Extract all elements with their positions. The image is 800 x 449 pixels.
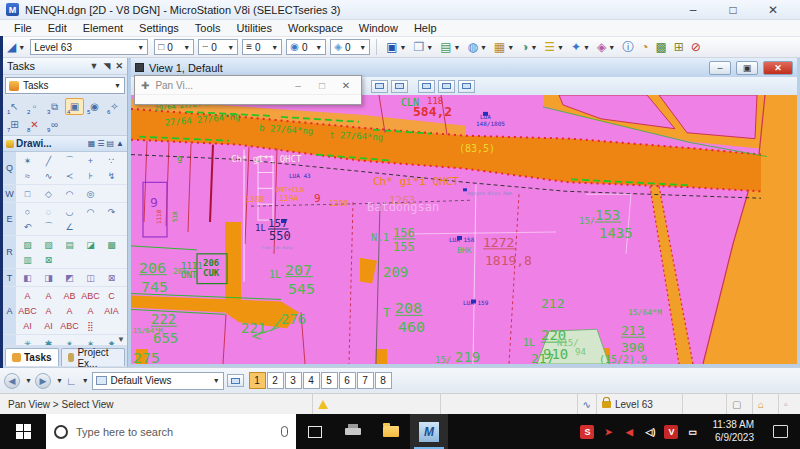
curve-tool[interactable]: ∿ [38,168,59,183]
place-circle-tool[interactable]: ○ [17,204,38,219]
chain-tool[interactable]: ≺ [59,168,80,183]
maximize-button[interactable]: □ [720,3,746,17]
view-close-button[interactable]: ✕ [763,61,793,75]
sketch-tool[interactable]: ↯ [101,168,122,183]
view-toggle-5[interactable]: 5 [321,372,338,389]
place-point-tool[interactable]: + [80,153,101,168]
select-cells-tool[interactable]: ✴ [59,336,80,345]
match-text-tool[interactable]: A [38,303,59,318]
linear-pattern-tool[interactable]: ◪ [80,237,101,252]
scroll-down-icon[interactable]: ▼ [117,335,125,344]
close-icon[interactable]: ✕ [115,61,123,71]
red-updater-icon[interactable]: ➤ [601,425,615,439]
file-explorer-button[interactable] [372,414,410,449]
place-arc2-tool[interactable]: ◡ [59,204,80,219]
references-button[interactable]: ◍▼ [464,39,489,56]
place-block-tool[interactable]: □ [17,186,38,201]
update-view-icon[interactable] [438,80,455,93]
display-icon[interactable]: ▭ [685,425,699,439]
design-attributes-button[interactable]: ▣▼ [383,39,409,56]
color-combo[interactable]: □0▼ [154,39,194,55]
menu-element[interactable]: Element [75,21,131,35]
bspline-tool[interactable]: ≈ [17,168,38,183]
rotate-element-tool[interactable]: ◉5 [85,98,104,115]
view-toggle-4[interactable]: 4 [303,372,320,389]
accudraw-button[interactable]: ▩ [652,39,669,56]
vnc-icon[interactable]: V [664,425,678,439]
view-toggle-7[interactable]: 7 [357,372,374,389]
selection-set-segment[interactable]: ▢ [726,394,752,414]
copy-increment-data-tool[interactable]: AI [38,318,59,333]
delete-element-tool[interactable]: ✕8 [25,116,44,133]
define-origin-tool[interactable]: ✶ [80,336,101,345]
search-button[interactable]: ◔ [638,39,651,56]
close-button[interactable]: ✕ [760,3,786,17]
delete-pattern-tool[interactable]: ⊠ [38,252,59,267]
menu-settings[interactable]: Settings [131,21,187,35]
quarter-ellipse-tool[interactable]: ↷ [101,204,122,219]
half-ellipse-tool[interactable]: ◠ [80,204,101,219]
microstation-taskbar-button[interactable]: M [410,414,448,449]
mirror-element-tool[interactable]: ✧6 [105,98,124,115]
delete-button[interactable]: ⊘ [688,39,704,56]
break-element-tool[interactable]: ◨ [38,270,59,285]
saved-views-button[interactable]: ◑▼ [518,39,540,56]
place-line-tool[interactable]: ╱ [38,153,59,168]
active-level-combo[interactable]: Level 63 ▼ [30,39,148,55]
offset-tool[interactable]: ⊦ [80,168,101,183]
view-group-combo[interactable]: Default Views ▼ [92,372,224,390]
place-text-tool[interactable]: A [17,288,38,303]
crosshatch-area-tool[interactable]: ▧ [38,237,59,252]
match-pattern-tool[interactable]: ▥ [17,252,38,267]
place-active-cell-tool[interactable]: ✳ [17,336,38,345]
snap-mode-segment[interactable]: ∿ [577,394,596,414]
copy-element-tool[interactable]: ⧉3 [45,98,64,115]
layout-grid-icon[interactable]: ▦ [88,139,96,148]
menu-utilities[interactable]: Utilities [229,21,280,35]
copy-view-icon[interactable] [418,80,435,93]
view-menu-icon[interactable] [135,63,144,72]
menu-file[interactable]: File [6,21,40,35]
models-button[interactable]: ▤▼ [437,39,463,56]
trim-element-tool[interactable]: ◫ [80,270,101,285]
arc-radius-tool[interactable]: ∠ [59,219,80,234]
minimize-button[interactable]: – [680,3,706,17]
level-manager-button[interactable]: ☰▼ [541,39,567,56]
move-element-tool[interactable]: ▣4 [65,98,84,115]
collapse-icon[interactable]: ▲ [116,139,124,148]
view-toggle-6[interactable]: 6 [339,372,356,389]
map-canvas[interactable]: 29/64 27/64*n27/64 27/64*ngb 27/64*ngt 2… [131,95,797,364]
fence-mode-segment[interactable]: ⌂ [752,394,778,414]
view-previous-icon[interactable] [371,80,388,93]
view-attributes-icon[interactable] [458,80,475,93]
transparency-combo[interactable]: ◉0▼ [286,39,326,55]
view-maximize-button[interactable]: ▣ [736,61,758,75]
status-alert-segment[interactable] [312,394,440,414]
extend-line-tool[interactable]: ◩ [59,270,80,285]
view-toggle-3[interactable]: 3 [285,372,302,389]
view-toggle-8[interactable]: 8 [375,372,392,389]
spell-checker-tool[interactable]: ABC [80,288,101,303]
copy-enter-data-tool[interactable]: A [80,303,101,318]
angle-tool-icon[interactable]: ∟ [66,375,77,387]
view-toggle-1[interactable]: 1 [249,372,266,389]
fence-tool[interactable]: ▫2 [25,98,44,115]
pattern-area-tool[interactable]: ▤ [59,237,80,252]
point-curve-tool[interactable]: ∵ [101,153,122,168]
back-button[interactable]: ◀ [4,373,20,389]
action-center-icon[interactable] [773,425,788,438]
taskbar-clock[interactable]: 11:38 AM 6/9/2023 [706,419,760,444]
tab-tasks[interactable]: Tasks [5,348,59,366]
element-info-button[interactable]: ⓘ [619,39,637,56]
display-text-attributes-tool[interactable]: ABC [17,303,38,318]
active-element-tool[interactable]: ◢▼ [4,39,28,56]
edit-data-tool[interactable]: ABC [59,318,80,333]
edit-text-tool[interactable]: AB [59,288,80,303]
active-level-segment[interactable]: Level 63 [596,394,682,414]
place-cell-matrix-tool[interactable]: ✱ [38,336,59,345]
chevron-down-icon[interactable]: ▼ [90,61,99,71]
pin-icon[interactable]: ◥ [104,61,111,71]
change-text-tool[interactable]: A [59,303,80,318]
tab-project-ex[interactable]: Project Ex... [61,348,125,366]
cells-button[interactable]: ⊞ [671,39,687,56]
